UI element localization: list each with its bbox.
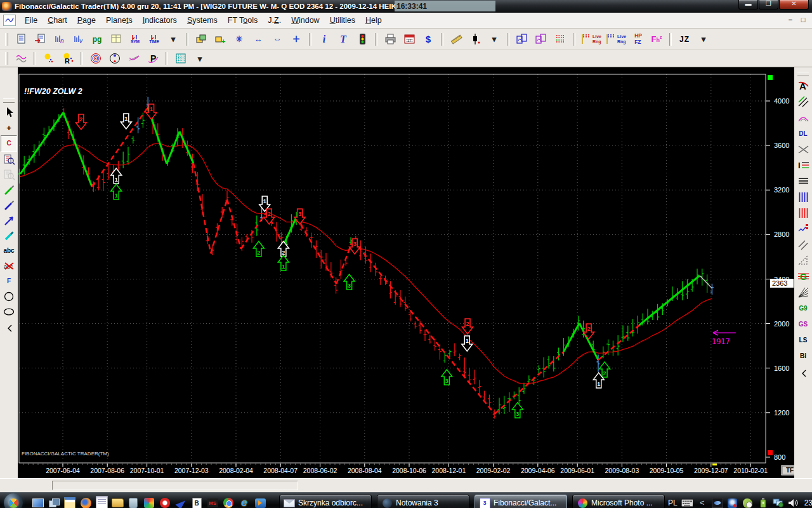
scheduler-icon[interactable] [742, 497, 754, 508]
symbol-icon[interactable]: SYM [126, 32, 144, 47]
text-tool-icon[interactable]: T [334, 32, 352, 47]
v-lines-red-icon[interactable] [796, 205, 811, 221]
mini-chart-icon[interactable] [796, 221, 811, 237]
gann-g-icon[interactable]: G [796, 269, 811, 284]
window-switcher-icon[interactable] [47, 495, 61, 508]
expand-bars-icon[interactable]: ⇔ [268, 32, 286, 47]
menu-jz[interactable]: J.Z. [263, 15, 286, 26]
marker-cyan-icon[interactable] [1, 228, 16, 243]
b-app-icon[interactable]: B [190, 495, 204, 508]
info-icon[interactable]: i [315, 32, 333, 47]
arrow-line-icon[interactable] [1, 213, 16, 228]
new-chart-icon[interactable] [12, 32, 30, 47]
planet-retrograde-icon[interactable]: R [59, 52, 77, 65]
triangle-icon[interactable] [796, 253, 811, 269]
traffic-light-icon[interactable] [353, 32, 371, 47]
toolbar-handle[interactable] [797, 72, 809, 76]
explorer-icon[interactable] [63, 495, 77, 508]
tile-windows-alt-icon[interactable] [532, 32, 550, 47]
ie-icon[interactable]: e [237, 495, 251, 508]
trend-lines-icon[interactable] [125, 52, 143, 65]
battery-icon[interactable] [757, 497, 769, 508]
bars-number-icon[interactable]: n [50, 32, 68, 47]
bar-width-icon[interactable]: ↔ [249, 32, 267, 47]
toolbar-handle[interactable] [5, 52, 8, 65]
menu-page[interactable]: Page [72, 15, 101, 26]
cascade-windows-icon[interactable] [192, 32, 210, 47]
center-chart-icon[interactable]: ✛ [287, 32, 305, 47]
dropdown-icon[interactable]: ▾ [695, 32, 712, 47]
live-range-red-icon[interactable]: LiveRng [579, 32, 603, 47]
menu-planets[interactable]: Planets [101, 15, 138, 26]
g9-icon[interactable]: G9 [796, 300, 811, 316]
planet-dots-icon[interactable] [40, 52, 58, 65]
crosshair-icon[interactable]: + [1, 120, 16, 135]
recycle-bin-icon[interactable] [126, 495, 140, 508]
network-icon[interactable] [773, 497, 784, 508]
pen-blue-icon[interactable] [1, 197, 16, 213]
print-icon[interactable] [381, 32, 399, 47]
ms-app-icon[interactable]: MS [206, 495, 219, 508]
menu-fttools[interactable]: FT Tools [223, 15, 263, 26]
planet-circle-icon[interactable] [106, 52, 124, 65]
target-circles-icon[interactable] [87, 52, 105, 65]
scroll-more-icon[interactable] [1, 319, 16, 335]
add-window-icon[interactable]: + [211, 32, 229, 47]
fan-lines-icon[interactable] [796, 284, 811, 300]
ellipse-tool-icon[interactable] [1, 304, 16, 319]
collapse-icon[interactable]: < [697, 497, 708, 508]
menu-systems[interactable]: Systems [182, 15, 223, 26]
dl-tool-icon[interactable]: DL [796, 126, 811, 142]
toolbar-handle[interactable] [5, 33, 8, 46]
jz-tool-icon[interactable]: JZ [676, 32, 693, 47]
waves-icon[interactable] [12, 52, 30, 65]
folder-icon[interactable] [110, 495, 124, 508]
menu-chart[interactable]: Chart [43, 15, 72, 26]
show-desktop-icon[interactable] [31, 495, 45, 508]
maximize-button[interactable]: ❒ [759, 0, 778, 10]
keyboard-icon[interactable] [681, 497, 693, 508]
dropdown-icon[interactable]: ▾ [485, 32, 503, 47]
volume-icon[interactable] [788, 497, 799, 508]
bars-volume-icon[interactable]: v [69, 32, 87, 47]
candle-style-icon[interactable] [466, 32, 484, 47]
taskbar-button-2[interactable]: Notowania 3 [377, 495, 469, 508]
chart-system-icon[interactable] [3, 15, 16, 26]
menu-help[interactable]: Help [360, 15, 387, 26]
cross-lines-icon[interactable] [796, 142, 811, 157]
calendar-icon[interactable]: 17 [400, 32, 418, 47]
media-player-icon[interactable] [253, 495, 267, 508]
open-chart-icon[interactable] [31, 32, 49, 47]
pointer-icon[interactable] [1, 105, 16, 120]
menu-window[interactable]: Window [286, 15, 324, 26]
gs-icon[interactable]: GS [796, 316, 811, 332]
menu-utilities[interactable]: Utilities [325, 15, 360, 26]
close-button[interactable]: ✕ [779, 0, 809, 10]
tile-windows-icon[interactable] [513, 32, 531, 47]
live-range-blue-icon[interactable]: LiveRng [604, 32, 627, 47]
chrome-icon[interactable] [221, 495, 235, 508]
text-abc-icon[interactable]: abc [1, 243, 16, 258]
v-lines-blue-icon[interactable] [796, 189, 811, 205]
start-button[interactable] [4, 493, 23, 508]
p-tool-icon[interactable]: P [144, 52, 162, 65]
toolbar-handle[interactable] [3, 98, 15, 103]
page-icon[interactable]: pg [88, 32, 106, 47]
c-tool-icon[interactable]: C [1, 135, 17, 152]
opera-icon[interactable] [158, 495, 172, 508]
i-channel-icon[interactable]: I [796, 157, 811, 173]
touchpad-icon[interactable] [712, 497, 723, 508]
menu-indicators[interactable]: Indicators [138, 15, 182, 26]
pen-green-icon[interactable] [1, 182, 16, 197]
price-chart[interactable]: 2111112322133213322119174000360032002800… [18, 67, 794, 476]
mdi-minimize-button[interactable]: − [785, 16, 796, 25]
notepad-icon[interactable] [95, 495, 108, 508]
menu-file[interactable]: File [20, 15, 43, 26]
zoom-chart-icon[interactable] [1, 152, 16, 167]
pitchfork-icon[interactable] [796, 94, 811, 110]
time-icon[interactable]: TIME [145, 32, 163, 47]
hp-fz-icon[interactable]: HPFZ [629, 32, 646, 47]
taskbar-button-1[interactable]: Skrzynka odbiorc... [279, 495, 372, 508]
fibonacci-f-icon[interactable]: F [1, 274, 16, 289]
text-delete-icon[interactable]: abc [1, 258, 16, 274]
